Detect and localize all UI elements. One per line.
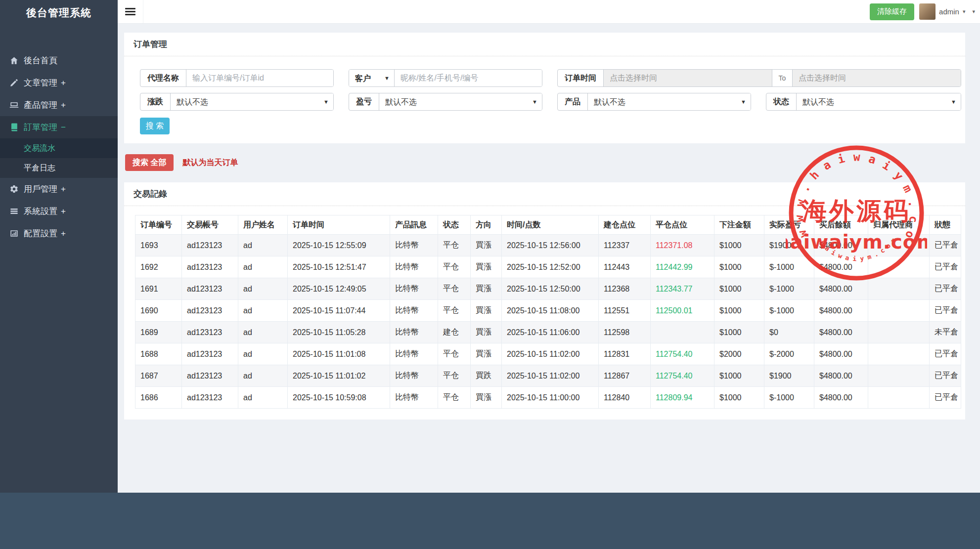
order-time-end-input[interactable] [793,70,961,86]
table-row: 1693ad123123ad2025-10-15 12:55:09比特幣平仓買漲… [135,235,961,256]
table-cell: ad123123 [182,235,238,256]
table-cell: 1693 [135,235,182,256]
table-cell: $4800.00 [814,256,868,278]
clear-cache-button[interactable]: 清除緩存 [870,3,914,20]
sidebar-item[interactable]: 後台首頁 [0,49,118,72]
order-time-separator: To [772,70,793,86]
column-header: 狀態 [930,215,961,235]
table-cell: 比特幣 [390,387,438,409]
order-time-filter-group: 订单时间 To [557,69,961,87]
table-row: 1686ad123123ad2025-10-15 10:59:08比特幣平仓買漲… [135,387,961,409]
table-cell: 已平倉 [930,235,961,256]
table-cell: $1000 [714,235,764,256]
table-cell: $2000 [714,343,764,365]
main-content: 订单管理 代理名称 客户 ▼ 订单时间 [118,24,980,493]
home-icon [9,56,19,66]
pencil-icon [9,78,19,88]
sidebar-item[interactable]: 用戶管理+ [0,178,118,200]
table-cell: $4800.00 [814,278,868,300]
order-time-start-input[interactable] [604,70,772,86]
sidebar-item-label: 文章管理 [24,77,57,88]
table-cell: 比特幣 [390,300,438,322]
table-cell: 112598 [599,322,651,343]
sidebar-group: 訂單管理−交易流水平倉日志 [0,116,118,178]
column-header: 订单编号 [135,215,182,235]
user-menu[interactable]: admin ▾ [919,3,965,20]
sidebar-item[interactable]: 產品管理+ [0,94,118,116]
customer-input[interactable] [395,70,542,86]
column-header: 实际盈亏 [764,215,814,235]
sidebar-subitem[interactable]: 平倉日志 [0,158,118,178]
table-cell: 1690 [135,300,182,322]
profit-filter-group: 盈亏 默认不选 ▼ [349,93,542,111]
trade-records-panel: 交易記錄 订单编号交易帳号用户姓名订单时间产品訊息状态方向时间/点数建仓点位平仓… [124,182,965,420]
table-cell: 已平倉 [930,387,961,409]
sidebar-item[interactable]: 訂單管理− [0,116,118,138]
updown-select[interactable]: 默认不选 [171,93,333,110]
actions-row: 搜索 全部 默认为当天订单 [125,154,965,171]
table-cell: ad [238,322,288,343]
search-all-button[interactable]: 搜索 全部 [125,154,174,171]
column-header: 用户姓名 [238,215,288,235]
table-cell: 比特幣 [390,256,438,278]
product-label: 产品 [558,93,588,110]
customer-type-select[interactable]: 客户 [349,70,394,86]
sidebar-item[interactable]: 文章管理+ [0,72,118,94]
table-cell: 比特幣 [390,235,438,256]
table-cell: 2025-10-15 11:08:00 [502,300,599,322]
trade-records-table: 订单编号交易帳号用户姓名订单时间产品訊息状态方向时间/点数建仓点位平仓点位下注金… [135,215,961,409]
sidebar-item-label: 系統設置 [24,206,57,217]
table-cell: $4800.00 [814,322,868,343]
table-cell: 平仓 [438,278,471,300]
panel-title: 订单管理 [124,33,965,56]
sidebar-toggle-button[interactable] [118,0,143,23]
sidebar-item-label: 訂單管理 [24,122,57,133]
table-cell: $1900 [764,235,814,256]
expand-indicator: + [61,78,66,88]
table-cell: ad [238,256,288,278]
product-select[interactable]: 默认不选 [588,93,751,110]
table-cell: 2025-10-15 12:56:00 [502,235,599,256]
sidebar-item-label: 配置設置 [24,228,57,239]
table-cell: 112809.94 [651,387,714,409]
column-header: 归属代理商 [868,215,930,235]
table-cell: ad123123 [182,365,238,387]
table-cell [868,256,930,278]
profit-select[interactable]: 默认不选 [379,93,542,110]
table-cell: 平仓 [438,256,471,278]
sidebar-item[interactable]: 配置設置+ [0,222,118,245]
table-cell: ad123123 [182,256,238,278]
table-cell: ad [238,300,288,322]
table-cell: 平仓 [438,343,471,365]
table-cell [868,278,930,300]
table-cell: 112867 [599,365,651,387]
table-cell: 已平倉 [930,256,961,278]
order-time-label: 订单时间 [558,70,604,86]
table-cell: 買漲 [471,343,502,365]
topbar: 清除緩存 admin ▾ ▾ [118,0,980,24]
chevron-down-icon[interactable]: ▾ [972,8,975,15]
table-cell: ad123123 [182,343,238,365]
app-title: 後台管理系統 [0,0,118,26]
table-cell: 比特幣 [390,278,438,300]
agent-input[interactable] [186,70,333,86]
table-cell: 比特幣 [390,322,438,343]
table-cell: ad [238,278,288,300]
sidebar-item-label: 後台首頁 [24,55,57,66]
table-cell: 2025-10-15 11:05:28 [288,322,390,343]
table-cell: 2025-10-15 11:02:00 [502,365,599,387]
table-cell: 1689 [135,322,182,343]
status-select[interactable]: 默认不选 [797,93,961,110]
search-button[interactable]: 搜 索 [140,118,170,134]
sidebar-subitem[interactable]: 交易流水 [0,138,118,158]
table-cell: 112371.08 [651,235,714,256]
gears-icon [9,184,19,194]
table-cell: $1000 [714,365,764,387]
table-cell: 2025-10-15 12:52:00 [502,256,599,278]
table-cell: $0 [764,322,814,343]
table-cell: 112840 [599,387,651,409]
column-header: 平仓点位 [651,215,714,235]
table-cell: 平仓 [438,235,471,256]
expand-indicator: + [61,229,66,239]
sidebar-item[interactable]: 系統設置+ [0,200,118,222]
